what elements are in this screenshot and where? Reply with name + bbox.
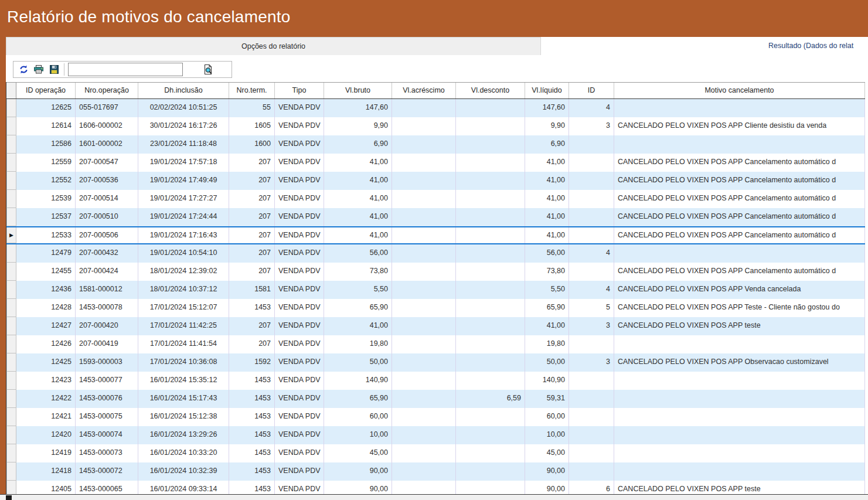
table-cell[interactable] — [392, 299, 456, 317]
table-cell[interactable]: 90,00 — [324, 481, 392, 494]
table-cell[interactable] — [569, 208, 614, 226]
table-cell[interactable] — [614, 444, 865, 462]
table-cell[interactable] — [392, 390, 456, 408]
table-cell[interactable]: 18/01/2024 10:37:12 — [138, 281, 229, 299]
table-cell[interactable]: CANCELADO PELO VIXEN POS APP Cancelament… — [614, 172, 865, 190]
table-cell[interactable]: 1453 — [229, 426, 275, 444]
column-header[interactable]: Nro.operação — [76, 83, 138, 98]
table-cell[interactable] — [569, 390, 614, 408]
table-cell[interactable]: 12614 — [16, 117, 76, 135]
table-cell[interactable]: 1453 — [229, 444, 275, 462]
table-cell[interactable]: 19/01/2024 17:49:49 — [138, 172, 229, 190]
table-row[interactable]: 124251593-00000317/01/2024 10:36:081592V… — [6, 353, 865, 372]
table-cell[interactable] — [392, 244, 456, 263]
table-cell[interactable]: CANCELADO PELO VIXEN POS APP Teste - Cli… — [614, 299, 865, 317]
table-cell[interactable]: 16/01/2024 13:29:26 — [138, 426, 229, 444]
table-cell[interactable]: 207-000506 — [76, 227, 138, 243]
table-cell[interactable]: 19,80 — [525, 335, 569, 353]
table-cell[interactable] — [614, 426, 865, 444]
table-cell[interactable] — [569, 135, 614, 154]
table-cell[interactable]: VENDA PDV — [275, 154, 324, 172]
table-cell[interactable]: VENDA PDV — [275, 263, 324, 281]
table-row[interactable]: 124231453-00007716/01/2024 15:35:121453V… — [6, 372, 865, 390]
table-row[interactable]: 12427207-00042017/01/2024 11:42:25207VEN… — [6, 317, 865, 335]
table-cell[interactable] — [392, 99, 456, 117]
table-cell[interactable]: 207-000432 — [76, 244, 138, 263]
row-indicator[interactable] — [6, 372, 16, 390]
row-indicator[interactable] — [6, 263, 16, 281]
table-cell[interactable]: 16/01/2024 10:33:20 — [138, 444, 229, 462]
table-cell[interactable]: 30/01/2024 16:17:26 — [138, 117, 229, 135]
table-cell[interactable]: 055-017697 — [76, 99, 138, 117]
table-cell[interactable]: 207 — [229, 172, 275, 190]
table-cell[interactable]: CANCELADO PELO VIXEN POS APP Cancelament… — [614, 263, 865, 281]
table-cell[interactable] — [392, 208, 456, 226]
table-row[interactable]: 12479207-00043219/01/2024 10:54:10207VEN… — [6, 244, 865, 263]
table-cell[interactable]: 207-000510 — [76, 208, 138, 226]
table-cell[interactable] — [569, 444, 614, 462]
table-cell[interactable] — [392, 335, 456, 353]
table-cell[interactable]: 60,00 — [525, 408, 569, 426]
table-row[interactable]: 124211453-00007516/01/2024 15:12:381453V… — [6, 408, 865, 426]
save-button[interactable] — [46, 62, 62, 77]
horizontal-scrollbar[interactable] — [0, 494, 868, 500]
table-cell[interactable]: 73,80 — [525, 263, 569, 281]
table-cell[interactable]: 3 — [569, 117, 614, 135]
table-cell[interactable]: 1453-000074 — [76, 426, 138, 444]
table-cell[interactable]: 16/01/2024 10:32:39 — [138, 462, 229, 481]
table-cell[interactable]: 55 — [229, 99, 275, 117]
table-cell[interactable]: 3 — [569, 317, 614, 335]
table-cell[interactable] — [614, 462, 865, 481]
table-cell[interactable]: 1453-000075 — [76, 408, 138, 426]
table-cell[interactable] — [456, 335, 525, 353]
table-cell[interactable]: 1453 — [229, 462, 275, 481]
table-row[interactable]: 12539207-00051419/01/2024 17:27:27207VEN… — [6, 190, 865, 208]
table-cell[interactable]: 60,00 — [324, 408, 392, 426]
table-cell[interactable]: 147,60 — [324, 99, 392, 117]
table-cell[interactable] — [392, 263, 456, 281]
row-indicator[interactable] — [6, 299, 16, 317]
table-cell[interactable]: 19,80 — [324, 335, 392, 353]
table-cell[interactable]: 59,31 — [525, 390, 569, 408]
table-cell[interactable] — [392, 190, 456, 208]
column-header[interactable]: Tipo — [275, 83, 324, 98]
table-row[interactable]: 12455207-00042418/01/2024 12:39:02207VEN… — [6, 263, 865, 281]
table-cell[interactable]: 41,00 — [525, 190, 569, 208]
table-cell[interactable]: 56,00 — [525, 244, 569, 263]
column-header[interactable]: Vl.líquido — [525, 83, 569, 98]
table-cell[interactable]: 4 — [569, 281, 614, 299]
row-indicator[interactable] — [6, 281, 16, 299]
row-indicator[interactable] — [6, 172, 16, 190]
table-cell[interactable]: 19/01/2024 17:24:44 — [138, 208, 229, 226]
table-cell[interactable]: VENDA PDV — [275, 335, 324, 353]
table-cell[interactable] — [456, 353, 525, 372]
table-cell[interactable]: 41,00 — [324, 172, 392, 190]
search-input[interactable] — [68, 63, 183, 76]
table-cell[interactable]: 73,80 — [324, 263, 392, 281]
row-indicator[interactable] — [6, 244, 16, 263]
table-cell[interactable]: 1453 — [229, 372, 275, 390]
table-cell[interactable]: 207 — [229, 227, 275, 243]
table-cell[interactable]: 19/01/2024 10:54:10 — [138, 244, 229, 263]
row-indicator[interactable] — [6, 444, 16, 462]
row-indicator[interactable] — [6, 481, 16, 494]
table-cell[interactable]: VENDA PDV — [275, 372, 324, 390]
row-indicator[interactable] — [6, 99, 16, 117]
table-cell[interactable] — [569, 372, 614, 390]
tab-report-options[interactable]: Opções do relatório — [6, 37, 541, 55]
table-cell[interactable]: 207-000514 — [76, 190, 138, 208]
table-cell[interactable] — [569, 227, 614, 243]
table-row[interactable]: 12552207-00053619/01/2024 17:49:49207VEN… — [6, 172, 865, 190]
table-row-selected[interactable]: ▶12533207-00050619/01/2024 17:16:43207VE… — [6, 226, 865, 244]
table-cell[interactable]: 207 — [229, 263, 275, 281]
column-header[interactable]: Vl.bruto — [324, 83, 392, 98]
table-row[interactable]: 12537207-00051019/01/2024 17:24:44207VEN… — [6, 208, 865, 226]
table-row[interactable]: 124051453-00006516/01/2024 09:33:141453V… — [6, 481, 865, 494]
table-cell[interactable] — [392, 408, 456, 426]
table-cell[interactable]: 41,00 — [324, 208, 392, 226]
table-cell[interactable]: 1581-000012 — [76, 281, 138, 299]
table-row[interactable]: 12426207-00041917/01/2024 11:41:54207VEN… — [6, 335, 865, 353]
table-cell[interactable]: 207-000547 — [76, 154, 138, 172]
table-cell[interactable]: 5,50 — [324, 281, 392, 299]
table-cell[interactable] — [392, 353, 456, 372]
